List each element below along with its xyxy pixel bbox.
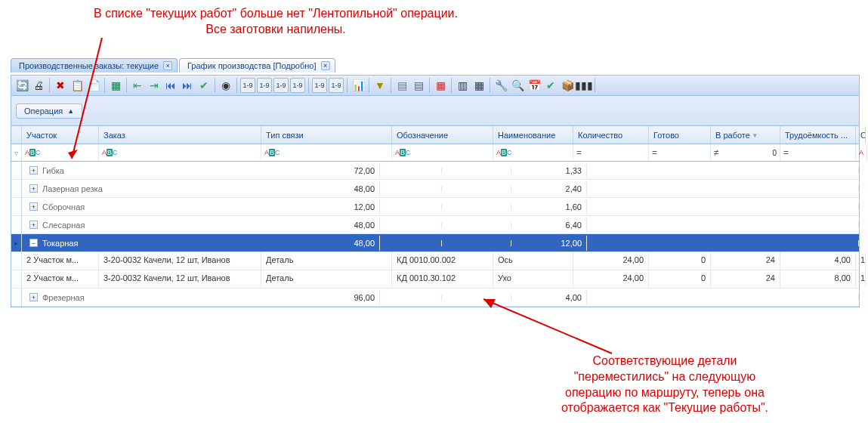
abc-icon: ABC xyxy=(395,149,411,156)
preset-2-icon[interactable]: 1-9 xyxy=(257,78,272,93)
group-row[interactable]: + Лазерная резка 48,00 2,40 xyxy=(11,180,859,198)
refresh-icon[interactable]: 🔄 xyxy=(14,78,29,93)
separator xyxy=(451,78,452,93)
expand-icon[interactable]: + xyxy=(29,221,38,229)
group-labor: 1,60 xyxy=(511,199,587,214)
filter-labor[interactable]: = xyxy=(780,144,856,161)
grid-icon[interactable]: ▦ xyxy=(471,78,487,93)
preset-3-icon[interactable]: 1-9 xyxy=(273,78,289,93)
chart-pie-icon[interactable]: ◉ xyxy=(218,78,233,93)
preset-1-icon[interactable]: 1-9 xyxy=(240,78,255,93)
header-labor[interactable]: Трудоёмкость ... xyxy=(780,126,856,144)
group-panel[interactable]: Операция ▲ xyxy=(11,96,860,126)
tools-icon[interactable]: 🔧 xyxy=(493,78,508,93)
annotation-top-line1: В списке "текущих работ" больше нет "Лен… xyxy=(30,6,521,22)
barcode-icon[interactable]: ▮▮▮ xyxy=(576,78,592,93)
filter-name[interactable]: ABC xyxy=(493,144,573,161)
filter-done[interactable]: = xyxy=(649,144,711,161)
close-icon[interactable]: × xyxy=(163,61,172,70)
row-indicator xyxy=(11,252,22,270)
table-green-icon[interactable]: ▤ xyxy=(394,78,409,93)
group-label: Лазерная резка xyxy=(42,184,304,193)
preset-4-icon[interactable]: 1-9 xyxy=(290,78,305,93)
ok-icon[interactable]: ✔ xyxy=(196,78,212,93)
header-last[interactable]: С xyxy=(856,126,866,144)
cell-labor: 8,00 xyxy=(780,270,856,288)
group-row[interactable]: + Гибка 72,00 1,33 xyxy=(11,162,859,180)
toolbar: 🔄 🖨 ✖ 📋 📄 ▦ ⇤ ⇥ ⏮ ⏭ ✔ ◉ 1-9 1-9 1-9 1-9 … xyxy=(11,75,860,96)
svg-line-2 xyxy=(483,299,612,353)
separator xyxy=(215,78,215,93)
group-row[interactable]: + Сборочная 12,00 1,60 xyxy=(11,198,859,216)
expand-icon[interactable]: + xyxy=(29,202,38,211)
cell-name: Ось xyxy=(493,252,573,270)
group-row[interactable]: + Слесарная 48,00 6,40 xyxy=(11,216,859,234)
cell-qty: 24,00 xyxy=(573,252,649,270)
header-link-type[interactable]: Тип связи xyxy=(261,126,392,144)
separator xyxy=(429,78,430,93)
funnel-icon[interactable]: ▼ xyxy=(372,78,388,93)
group-qty: 72,00 xyxy=(304,163,380,178)
filter-in-work[interactable]: ≠ 0 xyxy=(711,144,780,161)
tab-strip: Производственные заказы: текущие × Графи… xyxy=(11,58,335,73)
tab-schedule[interactable]: График производства [Подробно] × xyxy=(179,58,335,73)
go-next-icon[interactable]: ⏭ xyxy=(180,78,195,93)
group-last xyxy=(587,240,859,246)
preset-6-icon[interactable]: 1-9 xyxy=(329,78,344,93)
header-in-work[interactable]: В работе▾ xyxy=(711,126,780,144)
filter-order[interactable]: ABC xyxy=(99,144,261,161)
excel-icon[interactable]: ▦ xyxy=(108,78,123,93)
expand-icon[interactable]: + xyxy=(29,293,38,301)
separator xyxy=(236,78,237,93)
box-icon[interactable]: 📦 xyxy=(560,78,575,93)
group-label: Фрезерная xyxy=(42,293,304,302)
print-icon[interactable]: 🖨 xyxy=(31,78,46,93)
chart-bar-icon[interactable]: 📊 xyxy=(351,78,366,93)
indent-icon[interactable]: ⇥ xyxy=(147,78,162,93)
header-qty[interactable]: Количество xyxy=(573,126,649,144)
group-row[interactable]: + Фрезерная 96,00 4,00 xyxy=(11,289,859,307)
group-in-work xyxy=(442,186,511,192)
calendar-icon[interactable]: 📅 xyxy=(527,78,542,93)
preset-5-icon[interactable]: 1-9 xyxy=(312,78,327,93)
gantt-icon[interactable]: ▦ xyxy=(433,78,448,93)
outdent-icon[interactable]: ⇤ xyxy=(130,78,145,93)
table-row[interactable]: 2 Участок м... 3-20-0032 Качели, 12 шт, … xyxy=(11,252,859,270)
collapse-icon[interactable]: − xyxy=(29,239,38,247)
row-indicator: ▸ xyxy=(11,234,22,252)
group-labor: 12,00 xyxy=(511,236,587,251)
header-designation[interactable]: Обозначение xyxy=(392,126,493,144)
header-name[interactable]: Наименование xyxy=(493,126,573,144)
check-icon[interactable]: ✔ xyxy=(543,78,558,93)
group-qty: 12,00 xyxy=(304,199,380,214)
close-icon[interactable]: × xyxy=(321,61,330,70)
annotation-top-line2: Все заготовки напилены. xyxy=(30,22,521,38)
header-done[interactable]: Готово xyxy=(649,126,711,144)
cell-done: 0 xyxy=(649,252,711,270)
search-icon[interactable]: 🔍 xyxy=(510,78,525,93)
columns-icon[interactable]: ▥ xyxy=(455,78,470,93)
group-qty: 96,00 xyxy=(304,290,380,305)
go-prev-icon[interactable]: ⏮ xyxy=(163,78,178,93)
equals-icon: = xyxy=(576,147,582,158)
table-row[interactable]: 2 Участок м... 3-20-0032 Качели, 12 шт, … xyxy=(11,270,859,289)
grid-headers: Участок Заказ Тип связи Обозначение Наим… xyxy=(11,126,860,144)
expand-icon[interactable]: + xyxy=(29,184,38,193)
filter-qty[interactable]: = xyxy=(573,144,649,161)
filter-designation[interactable]: ABC xyxy=(392,144,493,161)
grid-body: + Гибка 72,00 1,33 + Лазерная резка 48,0… xyxy=(11,162,860,307)
expand-icon[interactable]: + xyxy=(29,166,38,174)
filter-link-type[interactable]: ABC xyxy=(261,144,392,161)
filter-row: ▿ ABC ABC ABC ABC ABC = = ≠ 0 = A xyxy=(11,144,860,162)
arrow-top xyxy=(64,38,110,166)
filter-last[interactable]: A xyxy=(856,144,867,161)
cell-name: Ухо xyxy=(493,270,573,288)
table-blue-icon[interactable]: ▤ xyxy=(411,78,426,93)
separator xyxy=(347,78,348,93)
filter-indicator-cell[interactable]: ▿ xyxy=(11,144,22,161)
header-order[interactable]: Заказ xyxy=(99,126,261,144)
row-indicator xyxy=(11,162,22,180)
row-indicator xyxy=(11,289,22,307)
group-row-selected[interactable]: ▸ − Токарная 48,00 12,00 xyxy=(11,234,859,252)
group-last xyxy=(587,295,859,301)
